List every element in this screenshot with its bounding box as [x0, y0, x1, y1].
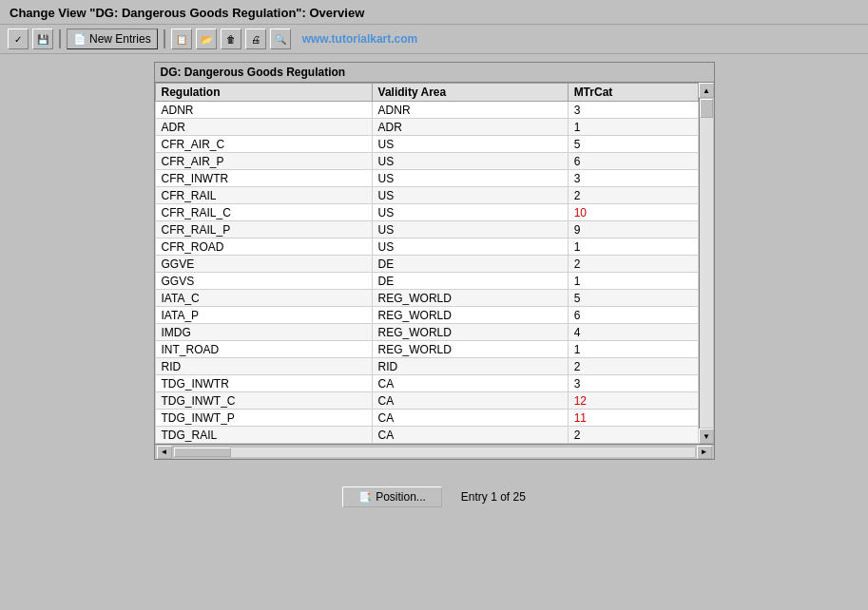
save-button[interactable]: 💾 [32, 29, 53, 49]
cell-regulation: TDG_RAIL [155, 427, 372, 444]
table-scroll-area[interactable]: Regulation Validity Area MTrCat ADN [155, 83, 699, 444]
cell-regulation: INT_ROAD [155, 341, 372, 358]
table-row[interactable]: GGVEDE2 [155, 256, 698, 273]
cell-mtrcat: 5 [568, 290, 698, 307]
cell-validity: US [372, 153, 568, 170]
cell-validity: CA [372, 410, 568, 427]
cell-regulation: GGVS [155, 273, 372, 290]
horizontal-scrollbar: ◄ ► [155, 444, 714, 459]
scroll-down-arrow[interactable]: ▼ [699, 429, 714, 444]
h-scroll-thumb[interactable] [174, 448, 231, 457]
paste-button[interactable]: 📂 [196, 29, 217, 49]
cell-validity: US [372, 221, 568, 238]
table-header-row: Regulation Validity Area MTrCat [155, 84, 698, 102]
content-area: DG: Dangerous Goods Regulation Regulatio… [0, 54, 868, 467]
scroll-up-arrow[interactable]: ▲ [699, 83, 714, 98]
cell-mtrcat: 9 [568, 221, 698, 238]
col-header-validity: Validity Area [372, 84, 568, 102]
cell-regulation: CFR_AIR_P [155, 153, 372, 170]
copy-button[interactable]: 📋 [171, 29, 192, 49]
table-row[interactable]: TDG_INWT_CCA12 [155, 392, 698, 410]
watermark: www.tutorialkart.com [302, 32, 418, 46]
h-scroll-track[interactable] [174, 448, 695, 457]
cell-regulation: IATA_P [155, 307, 372, 324]
table-row[interactable]: CFR_ROADUS1 [155, 238, 698, 256]
new-entries-button[interactable]: 📄 New Entries [67, 29, 158, 49]
cell-mtrcat: 12 [568, 392, 698, 410]
cell-regulation: RID [155, 358, 372, 375]
cell-regulation: ADR [155, 119, 372, 136]
cell-mtrcat: 2 [568, 256, 698, 273]
cell-regulation: TDG_INWT_C [155, 392, 372, 410]
toolbar-separator-1 [59, 29, 61, 48]
print-button[interactable]: 🖨 [245, 29, 266, 49]
cell-validity: DE [372, 273, 568, 290]
table-row[interactable]: CFR_AIR_PUS6 [155, 153, 698, 170]
table-row[interactable]: IATA_CREG_WORLD5 [155, 290, 698, 307]
toolbar-separator-2 [164, 29, 165, 48]
cell-regulation: CFR_ROAD [155, 238, 372, 256]
table-row[interactable]: CFR_AIR_CUS5 [155, 136, 698, 153]
cell-mtrcat: 2 [568, 358, 698, 375]
table-title: DG: Dangerous Goods Regulation [155, 63, 714, 83]
toolbar: ✓ 💾 📄 New Entries 📋 📂 🗑 🖨 🔍 www.tutorial… [0, 25, 868, 54]
table-body: ADNRADNR3ADRADR1CFR_AIR_CUS5CFR_AIR_PUS6… [155, 102, 698, 444]
position-label: Position... [376, 490, 426, 504]
cell-regulation: TDG_INWT_P [155, 410, 372, 427]
cell-regulation: ADNR [155, 102, 372, 119]
cell-regulation: CFR_RAIL_P [155, 221, 372, 238]
cell-mtrcat: 1 [568, 238, 698, 256]
table-row[interactable]: ADNRADNR3 [155, 102, 698, 119]
find-button[interactable]: 🔍 [270, 29, 291, 49]
cell-mtrcat: 6 [568, 153, 698, 170]
check-button[interactable]: ✓ [8, 29, 29, 49]
cell-mtrcat: 2 [568, 427, 698, 444]
scroll-left-arrow[interactable]: ◄ [157, 446, 172, 459]
cell-validity: DE [372, 256, 568, 273]
cell-mtrcat: 4 [568, 324, 698, 341]
table-row[interactable]: INT_ROADREG_WORLD1 [155, 341, 698, 358]
cell-validity: ADNR [372, 102, 568, 119]
table-row[interactable]: RIDRID2 [155, 358, 698, 375]
table-row[interactable]: TDG_INWT_PCA11 [155, 410, 698, 427]
table-row[interactable]: TDG_INWTRCA3 [155, 375, 698, 392]
table-row[interactable]: CFR_RAIL_PUS9 [155, 221, 698, 238]
table-row[interactable]: TDG_RAILCA2 [155, 427, 698, 444]
cell-validity: US [372, 238, 568, 256]
page-title: Change View "DG: Dangerous Goods Regulat… [10, 6, 858, 20]
table-row[interactable]: ADRADR1 [155, 119, 698, 136]
footer: 📑 Position... Entry 1 of 25 [0, 475, 868, 519]
table-row[interactable]: CFR_RAIL_CUS10 [155, 204, 698, 221]
delete-button[interactable]: 🗑 [221, 29, 241, 49]
table-row[interactable]: GGVSDE1 [155, 273, 698, 290]
cell-mtrcat: 3 [568, 170, 698, 187]
table-row[interactable]: CFR_RAILUS2 [155, 187, 698, 204]
cell-validity: RID [372, 358, 568, 375]
new-entries-label: New Entries [89, 32, 151, 46]
cell-mtrcat: 5 [568, 136, 698, 153]
table-row[interactable]: IATA_PREG_WORLD6 [155, 307, 698, 324]
cell-validity: US [372, 204, 568, 221]
table-wrapper: Regulation Validity Area MTrCat ADN [155, 83, 714, 444]
table-row[interactable]: IMDGREG_WORLD4 [155, 324, 698, 341]
cell-regulation: IATA_C [155, 290, 372, 307]
cell-mtrcat: 11 [568, 410, 698, 427]
new-entries-icon: 📄 [73, 33, 87, 46]
entry-info: Entry 1 of 25 [461, 490, 526, 504]
scroll-thumb[interactable] [700, 99, 713, 118]
cell-validity: REG_WORLD [372, 341, 568, 358]
table-row[interactable]: CFR_INWTRUS3 [155, 170, 698, 187]
title-bar: Change View "DG: Dangerous Goods Regulat… [0, 0, 868, 25]
vertical-scrollbar: ▲ ▼ [699, 83, 714, 444]
col-header-regulation: Regulation [155, 84, 372, 102]
cell-regulation: CFR_AIR_C [155, 136, 372, 153]
cell-mtrcat: 3 [568, 102, 698, 119]
scroll-track[interactable] [700, 99, 713, 428]
position-button[interactable]: 📑 Position... [342, 486, 442, 507]
scroll-right-arrow[interactable]: ► [697, 446, 712, 459]
cell-mtrcat: 6 [568, 307, 698, 324]
cell-regulation: TDG_INWTR [155, 375, 372, 392]
data-table: Regulation Validity Area MTrCat ADN [155, 83, 699, 444]
position-icon: 📑 [358, 491, 372, 504]
table-title-text: DG: Dangerous Goods Regulation [161, 66, 346, 79]
